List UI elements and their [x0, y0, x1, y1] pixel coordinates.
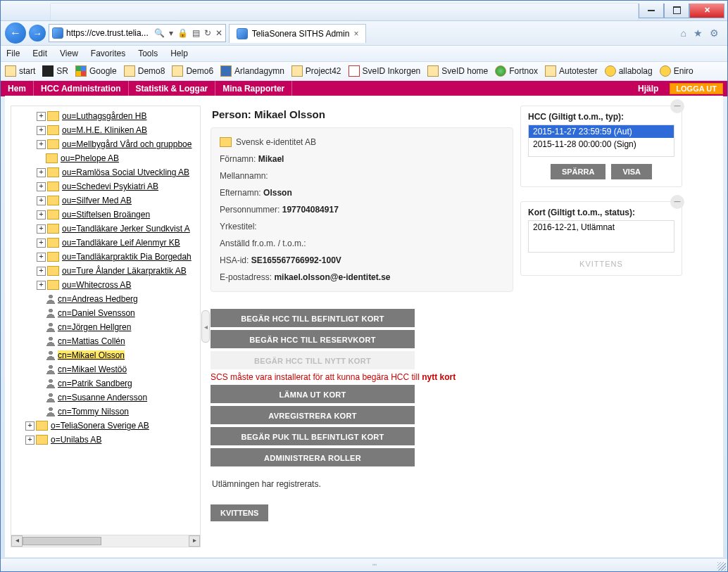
kort-list[interactable]: 2016-12-21, Utlämnat	[528, 220, 674, 253]
kort-row[interactable]: 2016-12-21, Utlämnat	[529, 221, 674, 234]
menu-file[interactable]: File	[6, 49, 20, 58]
tree-cn[interactable]: cn=Tommy Nilsson	[11, 405, 200, 419]
nav-help[interactable]: Hjälp	[631, 84, 665, 94]
tree-cn[interactable]: cn=Patrik Sandberg	[11, 376, 200, 390]
tree-cn[interactable]: cn=Mattias Collén	[11, 334, 200, 348]
tree-org[interactable]: +o=Unilabs AB	[11, 433, 200, 447]
administrera-roller-button[interactable]: ADMINISTRERA ROLLER	[211, 448, 415, 466]
person-org: Svensk e-identitet AB	[236, 137, 316, 147]
fav-demo8[interactable]: Demo8	[124, 65, 165, 77]
dropdown-icon[interactable]: ▾	[169, 28, 173, 38]
tree-cn[interactable]: cn=Daniel Svensson	[11, 306, 200, 320]
menu-favorites[interactable]: Favorites	[91, 49, 125, 58]
window-close-button[interactable]	[689, 4, 724, 18]
kort-panel: – Kort (Giltigt t.o.m., status): 2016-12…	[520, 201, 682, 276]
fav-autotester[interactable]: Autotester	[545, 65, 598, 77]
person-icon	[46, 294, 55, 304]
tree-ou[interactable]: +ou=Silfver Med AB	[11, 193, 200, 208]
page-title: Person: Mikael Olsson	[212, 108, 513, 120]
resize-grip-icon[interactable]	[717, 562, 726, 571]
browser-tab-active[interactable]: TeliaSonera SITHS Admin ×	[229, 24, 367, 43]
home-icon[interactable]: ⌂	[681, 27, 686, 39]
fav-demo6[interactable]: Demo6	[172, 65, 213, 77]
tree-ou[interactable]: +ou=Ramlösa Social Utveckling AB	[11, 165, 200, 179]
nav-statistik[interactable]: Statistik & Loggar	[129, 81, 216, 96]
avregistrera-kort-button[interactable]: AVREGISTRERA KORT	[211, 406, 415, 424]
begar-puk-button[interactable]: BEGÄR PUK TILL BEFINTLIGT KORT	[211, 427, 415, 445]
search-icon[interactable]: 🔍	[154, 28, 165, 38]
folder-icon	[47, 125, 59, 135]
fav-arlandagymn[interactable]: Arlandagymn	[220, 65, 284, 77]
tree-ou[interactable]: +ou=Tandläkare Leif Alenmyr KB	[11, 236, 200, 250]
tree-ou[interactable]: +ou=Mellbygård Vård och gruppboe	[11, 137, 200, 151]
tree-cn[interactable]: cn=Andreas Hedberg	[11, 292, 200, 306]
fav-sveid-home[interactable]: SveID home	[427, 65, 488, 77]
tree-ou[interactable]: +ou=Ture Ålander Läkarpraktik AB	[11, 264, 200, 278]
ie-icon	[237, 28, 248, 39]
begar-hcc-reservkort-button[interactable]: BEGÄR HCC TILL RESERVKORT	[211, 330, 415, 348]
menu-edit[interactable]: Edit	[32, 49, 47, 58]
person-info-box: Svensk e-identitet AB Förnamn: Mikael Me…	[211, 127, 513, 292]
menu-help[interactable]: Help	[170, 49, 188, 58]
nav-back-button[interactable]: ←	[5, 23, 26, 44]
favorites-icon[interactable]: ★	[694, 27, 703, 39]
folder-icon	[47, 280, 59, 290]
tree-cn[interactable]: cn=Jörgen Hellgren	[11, 320, 200, 334]
fav-google[interactable]: Google	[75, 65, 117, 77]
menu-view[interactable]: View	[60, 49, 78, 58]
tree-ou[interactable]: +ou=Tandläkare Jerker Sundkvist A	[11, 222, 200, 236]
menu-tools[interactable]: Tools	[138, 49, 158, 58]
splitter[interactable]: ◂	[201, 96, 211, 557]
scroll-left-icon[interactable]: ◂	[11, 535, 23, 547]
tree-ou[interactable]: +ou=Whitecross AB	[11, 278, 200, 292]
tree-cn-selected[interactable]: cn=Mikael Olsson	[11, 348, 200, 362]
splitter-grip-icon: ◂	[201, 310, 210, 343]
fav-project42[interactable]: Project42	[291, 65, 341, 77]
fav-start[interactable]: start	[5, 65, 35, 77]
fav-eniro[interactable]: Eniro	[660, 65, 694, 77]
tree-ou[interactable]: +ou=Stiftelsen Broängen	[11, 208, 200, 222]
lamna-ut-kort-button[interactable]: LÄMNA UT KORT	[211, 385, 415, 403]
person-icon	[46, 393, 55, 402]
fav-fortnox[interactable]: Fortnox	[495, 65, 538, 77]
org-tree[interactable]: +ou=Luthagsgården HB +ou=M.H.E. Kliniken…	[11, 106, 200, 535]
nav-forward-button[interactable]: →	[29, 25, 46, 42]
ie-icon	[52, 27, 63, 39]
sparra-button[interactable]: SPÄRRA	[551, 164, 605, 179]
nav-rapporter[interactable]: Mina Rapporter	[215, 81, 292, 96]
tree-ou[interactable]: +ou=M.H.E. Kliniken AB	[11, 123, 200, 137]
refresh-icon[interactable]: ↻	[204, 28, 211, 38]
nav-hcc-admin[interactable]: HCC Administration	[34, 81, 129, 96]
address-bar[interactable]: https://cve.trust.telia... 🔍▾ 🔒 ▤ ↻ ✕	[49, 24, 226, 42]
hcc-row[interactable]: 2015-11-28 00:00:00 (Sign)	[529, 138, 674, 151]
tree-ou[interactable]: +ou=Luthagsgården HB	[11, 109, 200, 123]
hcc-list[interactable]: 2015-11-27 23:59:59 (Aut) 2015-11-28 00:…	[528, 125, 674, 157]
begar-hcc-befintligt-button[interactable]: BEGÄR HCC TILL BEFINTLIGT KORT	[211, 309, 415, 327]
fav-sr[interactable]: SR	[42, 65, 68, 77]
tools-icon[interactable]: ⚙	[710, 27, 719, 39]
compat-icon[interactable]: ▤	[192, 28, 200, 38]
tree-ou[interactable]: +ou=Schedevi Psykiatri AB	[11, 179, 200, 193]
folder-icon	[47, 167, 59, 177]
window-maximize-button[interactable]	[664, 4, 689, 18]
fav-allabolag[interactable]: allabolag	[605, 65, 653, 77]
stop-icon[interactable]: ✕	[215, 28, 222, 38]
window-minimize-button[interactable]	[639, 4, 664, 18]
tree-cn[interactable]: cn=Mikael Westöö	[11, 362, 200, 376]
logout-button[interactable]: LOGGA UT	[670, 83, 723, 94]
tree-horizontal-scrollbar[interactable]: ◂ ▸	[11, 535, 200, 547]
tree-org[interactable]: +o=TeliaSonera Sverige AB	[11, 419, 200, 433]
nav-hem[interactable]: Hem	[1, 81, 34, 96]
tab-close-icon[interactable]: ×	[353, 29, 358, 39]
tree-ou[interactable]: ou=Phelope AB	[11, 151, 200, 165]
tree-cn[interactable]: cn=Susanne Andersson	[11, 390, 200, 405]
tree-ou[interactable]: +ou=Tandläkarpraktik Pia Borgedah	[11, 250, 200, 264]
panel-collapse-icon[interactable]: –	[670, 195, 684, 209]
fav-sveid-inkorgen[interactable]: SveID Inkorgen	[349, 65, 421, 77]
scroll-right-icon[interactable]: ▸	[189, 535, 200, 547]
hcc-row-selected[interactable]: 2015-11-27 23:59:59 (Aut)	[529, 125, 674, 138]
visa-button[interactable]: VISA	[611, 164, 652, 179]
kvittens-button[interactable]: KVITTENS	[211, 504, 268, 521]
person-efternamn: Olsson	[263, 188, 292, 198]
panel-collapse-icon[interactable]: –	[670, 99, 684, 113]
